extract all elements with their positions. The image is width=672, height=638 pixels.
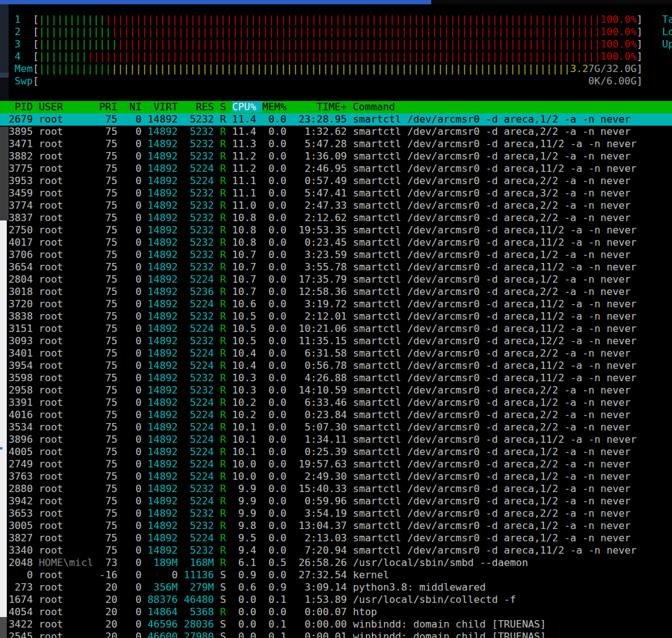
process-row[interactable]: 2749 root 75 0 14892 5224 R 10.0 0.0 19:… <box>0 458 672 470</box>
tasks-label-cut: Ta <box>662 14 672 26</box>
process-row[interactable]: 3005 root 75 0 14892 5232 R 9.8 0.0 13:0… <box>0 520 672 532</box>
process-row[interactable]: 4016 root 75 0 14892 5224 R 10.2 0.0 0:2… <box>0 409 672 421</box>
process-row[interactable]: 3534 root 75 0 14892 5224 R 10.1 0.0 5:0… <box>0 421 672 434</box>
process-row[interactable]: 3775 root 75 0 14892 5224 R 11.2 0.0 2:4… <box>0 163 672 175</box>
loadavg-label-cut: Lo <box>662 26 672 38</box>
swap-meter: Swp[ 0K/6.00G] <box>9 75 642 87</box>
background-window-strip <box>0 73 9 78</box>
process-row[interactable]: 2880 root 75 0 14892 5232 R 9.9 0.0 15:4… <box>0 483 672 495</box>
process-row[interactable]: 0 root -16 0 0 11136 S 0.9 0.0 27:32.54 … <box>0 569 672 581</box>
process-table: PID USER PRI NI VIRT RES S CPU% MEM% TIM… <box>0 101 672 638</box>
process-row[interactable]: 3896 root 75 0 14892 5224 R 10.1 0.0 1:3… <box>0 434 672 446</box>
process-row[interactable]: 273 root 20 0 356M 279M S 0.6 0.9 3:09.1… <box>0 581 672 594</box>
process-row[interactable]: 3340 root 75 0 14892 5232 R 9.4 0.0 7:20… <box>0 544 672 557</box>
process-row[interactable]: 3093 root 75 0 14892 5232 R 10.5 0.0 11:… <box>0 335 672 347</box>
process-row[interactable]: 4005 root 75 0 14892 5224 R 10.1 0.0 0:2… <box>0 446 672 458</box>
cpu-meter-4: 4 [|||||||||||||||||||||||||||||||||||||… <box>9 50 642 63</box>
process-row[interactable]: 3763 root 75 0 14892 5224 R 10.0 0.0 2:4… <box>0 470 672 483</box>
process-row[interactable]: 3471 root 75 0 14892 5232 R 11.3 0.0 5:4… <box>0 138 672 150</box>
background-window-strip <box>0 4 9 73</box>
table-header[interactable]: PID USER PRI NI VIRT RES S CPU% MEM% TIM… <box>0 101 672 113</box>
process-row[interactable]: 3422 root 20 0 46596 28036 S 0.0 0.1 0:0… <box>0 618 672 631</box>
process-row[interactable]: 3706 root 75 0 14892 5232 R 10.7 0.0 3:2… <box>0 249 672 261</box>
terminal-content: 1 [|||||||||||||||||||||||||||||||||||||… <box>9 4 672 638</box>
process-row[interactable]: 2750 root 75 0 14892 5232 R 10.8 0.0 19:… <box>0 224 672 236</box>
process-row[interactable]: 3598 root 75 0 14892 5232 R 10.3 0.0 4:2… <box>0 372 672 384</box>
process-row[interactable]: 3895 root 75 0 14892 5232 R 11.4 0.0 1:3… <box>0 126 672 138</box>
process-row[interactable]: 3774 root 75 0 14892 5232 R 11.0 0.0 2:4… <box>0 200 672 212</box>
process-row[interactable]: 3401 root 75 0 14892 5224 R 10.4 0.0 6:3… <box>0 347 672 360</box>
window-top-border-dark <box>431 0 672 4</box>
process-row[interactable]: 3151 root 75 0 14892 5224 R 10.5 0.0 10:… <box>0 323 672 335</box>
cpu-meter-2: 2 [|||||||||||||||||||||||||||||||||||||… <box>9 26 642 38</box>
process-row[interactable]: 2804 root 75 0 14892 5224 R 10.7 0.0 17:… <box>0 273 672 286</box>
process-row[interactable]: 3954 root 75 0 14892 5224 R 10.4 0.0 0:5… <box>0 360 672 372</box>
process-row[interactable]: 3018 root 75 0 14892 5236 R 10.7 0.0 12:… <box>0 286 672 298</box>
process-row[interactable]: 3720 root 75 0 14892 5224 R 10.6 0.0 3:1… <box>0 298 672 310</box>
process-row[interactable]: 3953 root 75 0 14892 5224 R 11.1 0.0 0:5… <box>0 175 672 187</box>
process-row[interactable]: 4054 root 20 0 14864 5368 R 0.0 0.0 0:00… <box>0 606 672 618</box>
process-row[interactable]: 3459 root 75 0 14892 5232 R 11.1 0.0 5:4… <box>0 187 672 200</box>
process-row[interactable]: 2048 HOME\micl 73 0 189M 168M R 6.1 0.5 … <box>0 557 672 569</box>
process-row[interactable]: 3838 root 75 0 14892 5232 R 10.5 0.0 2:1… <box>0 310 672 323</box>
process-row[interactable]: 3942 root 75 0 14892 5224 R 9.9 0.0 0:59… <box>0 495 672 507</box>
process-row[interactable]: 3391 root 75 0 14892 5224 R 10.2 0.0 6:3… <box>0 397 672 409</box>
cpu-meter-1: 1 [|||||||||||||||||||||||||||||||||||||… <box>9 14 642 26</box>
sort-column-header-cpu: CPU% <box>232 101 262 113</box>
process-row-selected[interactable]: 2679 root 75 0 14892 5232 R 11.4 0.0 23:… <box>0 113 672 126</box>
process-row[interactable]: 3827 root 75 0 14892 5224 R 9.5 0.0 2:13… <box>0 532 672 544</box>
process-row[interactable]: 3837 root 75 0 14892 5232 R 10.8 0.0 2:1… <box>0 212 672 224</box>
cpu-meter-3: 3 [|||||||||||||||||||||||||||||||||||||… <box>9 38 642 50</box>
window-top-border <box>0 0 431 4</box>
system-meters: 1 [|||||||||||||||||||||||||||||||||||||… <box>9 14 642 87</box>
process-row[interactable]: 3654 root 75 0 14892 5232 R 10.7 0.0 3:5… <box>0 261 672 273</box>
process-row[interactable]: 1674 root 20 0 88376 46480 S 0.0 0.1 1:5… <box>0 594 672 606</box>
uptime-label-cut: Up <box>662 38 672 50</box>
process-row[interactable]: 3653 root 75 0 14892 5232 R 9.9 0.0 3:54… <box>0 507 672 520</box>
memory-meter: Mem[||||||||||||||||||||||||||||||||||||… <box>9 63 642 75</box>
process-row[interactable]: 2958 root 75 0 14892 5232 R 10.3 0.0 14:… <box>0 384 672 397</box>
process-row[interactable]: 2545 root 20 0 46600 27980 S 0.0 0.1 0:0… <box>0 631 672 638</box>
htop-terminal-screenshot: 1 [|||||||||||||||||||||||||||||||||||||… <box>0 0 672 638</box>
process-row[interactable]: 3882 root 75 0 14892 5232 R 11.2 0.0 1:3… <box>0 150 672 163</box>
process-row[interactable]: 4017 root 75 0 14892 5232 R 10.8 0.0 0:2… <box>0 236 672 249</box>
